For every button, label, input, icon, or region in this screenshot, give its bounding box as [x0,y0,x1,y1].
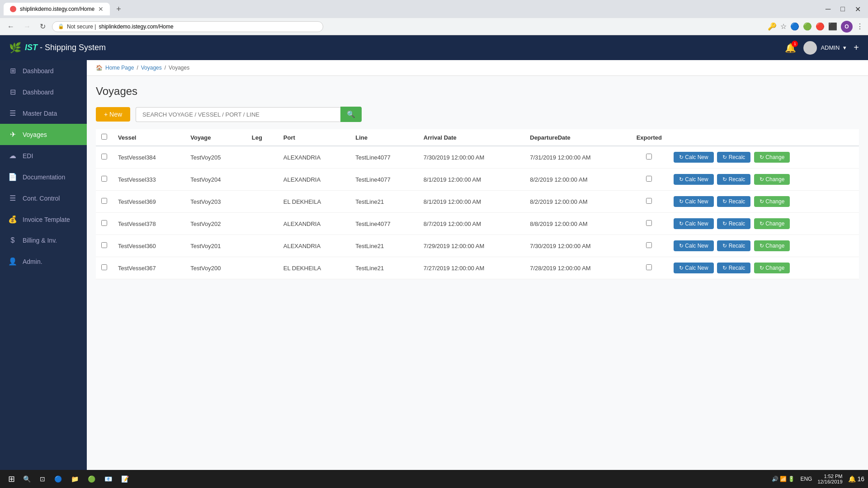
change-btn-1[interactable]: ↻ Change [754,174,790,185]
sidebar-item-dashboard2[interactable]: ⊟ Dashboard [0,81,87,103]
change-btn-5[interactable]: ↻ Change [754,263,790,273]
change-btn-3[interactable]: ↻ Change [754,218,790,229]
taskbar-word-icon[interactable]: 📝 [118,474,132,484]
table-row: TestVessel369 TestVoy203 EL DEKHEILA Tes… [96,191,859,213]
recalc-btn-4[interactable]: ↻ Recalc [717,240,750,251]
profile-btn[interactable]: O [841,21,853,33]
row-arrival-0: 7/30/2019 12:00:00 AM [418,146,524,169]
row-departure-4: 7/30/2019 12:00:00 AM [524,235,631,257]
new-voyage-btn[interactable]: + New [96,107,130,122]
ext-icon1[interactable]: 🔵 [790,22,799,31]
notification-btn[interactable]: 🔔 1 [785,42,796,53]
tab-favicon [10,6,16,12]
address-bar[interactable]: 🔒 Not secure | shiplinkdemo.istegy.com/H… [52,21,323,32]
row-checkbox-3[interactable] [101,220,107,226]
sidebar-item-admin[interactable]: 👤 Admin. [0,251,87,272]
row-exported-checkbox-4[interactable] [646,242,652,248]
start-btn[interactable]: ⊞ [4,472,19,486]
search-btn[interactable]: 🔍 [340,107,362,122]
row-exported-checkbox-0[interactable] [646,154,652,160]
sidebar-item-cont-control[interactable]: ☰ Cont. Control [0,188,87,209]
calc-new-btn-1[interactable]: ↻ Calc New [674,174,714,185]
row-port-5: EL DEKHEILA [278,257,350,279]
taskbar-edge-icon[interactable]: 🔵 [51,474,66,484]
row-voyage-0: TestVoy205 [185,146,246,169]
col-voyage: Voyage [185,129,246,146]
minimize-btn[interactable]: ─ [822,4,834,14]
breadcrumb-home-link[interactable]: Home Page [105,65,134,71]
sidebar-item-label: Master Data [23,110,57,117]
ext-icon3[interactable]: 🔴 [816,22,825,31]
row-line-2: TestLine21 [350,191,418,213]
search-input[interactable] [136,107,340,122]
taskbar-items: 🔍 ⊡ 🔵 📁 🟢 📧 📝 [19,474,772,484]
recalc-btn-0[interactable]: ↻ Recalc [717,152,750,163]
calc-new-btn-2[interactable]: ↻ Calc New [674,196,714,207]
sidebar-item-dashboard1[interactable]: ⊞ Dashboard [0,60,87,81]
admin-icon: 👤 [8,257,17,266]
row-checkbox-5[interactable] [101,264,107,270]
refresh-btn[interactable]: ↻ [37,21,48,32]
dashboard2-icon: ⊟ [8,88,17,96]
back-btn[interactable]: ← [5,22,17,32]
recalc-btn-2[interactable]: ↻ Recalc [717,196,750,207]
row-checkbox-0[interactable] [101,154,107,160]
key-icon[interactable]: 🔑 [768,22,777,31]
row-exported-checkbox-1[interactable] [646,176,652,182]
calc-new-btn-0[interactable]: ↻ Calc New [674,152,714,163]
calc-new-btn-5[interactable]: ↻ Calc New [674,263,714,273]
row-exported-checkbox-2[interactable] [646,198,652,204]
col-port: Port [278,129,350,146]
select-all-checkbox[interactable] [101,134,107,140]
calc-new-btn-4[interactable]: ↻ Calc New [674,240,714,251]
global-add-btn[interactable]: + [854,42,859,53]
taskbar-outlook-icon[interactable]: 📧 [101,474,116,484]
row-exported-checkbox-5[interactable] [646,264,652,270]
row-line-5: TestLine21 [350,257,418,279]
sidebar-item-invoice-template[interactable]: 💰 Invoice Template [0,209,87,230]
calc-new-btn-3[interactable]: ↻ Calc New [674,218,714,229]
row-checkbox-4[interactable] [101,242,107,248]
breadcrumb-voyages-link[interactable]: Voyages [141,65,162,71]
row-exported-checkbox-3[interactable] [646,220,652,226]
row-checkbox-1[interactable] [101,176,107,182]
taskbar-folder-icon[interactable]: 📁 [67,474,82,484]
ext-icon4[interactable]: ⬛ [828,22,837,31]
action-center-btn[interactable]: 🔔 16 [848,475,864,483]
row-checkbox-2[interactable] [101,198,107,204]
ext-icon2[interactable]: 🟢 [803,22,812,31]
tab-close-btn[interactable]: ✕ [98,5,104,13]
new-tab-btn[interactable]: + [113,5,124,14]
taskbar-clock: 1:52 PM 12/16/2019 [817,474,842,484]
recalc-btn-5[interactable]: ↻ Recalc [717,263,750,273]
change-btn-2[interactable]: ↻ Change [754,196,790,207]
row-check-cell [96,257,113,279]
sidebar-item-voyages[interactable]: ✈ Voyages [0,124,87,145]
change-btn-0[interactable]: ↻ Change [754,152,790,163]
sidebar-item-edi[interactable]: ☁ EDI [0,145,87,166]
bookmark-icon[interactable]: ☆ [780,22,787,31]
taskbar-search-btn[interactable]: 🔍 [19,474,34,484]
row-arrival-3: 8/7/2019 12:00:00 AM [418,213,524,235]
row-leg-3 [246,213,278,235]
close-btn[interactable]: ✕ [851,4,864,14]
taskbar-system-icons: 🔊 📶 🔋 [772,476,795,482]
row-leg-5 [246,257,278,279]
recalc-btn-1[interactable]: ↻ Recalc [717,174,750,185]
row-arrival-1: 8/1/2019 12:00:00 AM [418,169,524,191]
menu-btn[interactable]: ⋮ [856,22,863,31]
dashboard1-icon: ⊞ [8,66,17,75]
row-actions-2: ↻ Calc New ↻ Recalc ↻ Change [667,191,859,213]
maximize-btn[interactable]: □ [837,4,849,14]
admin-menu-btn[interactable]: ADMIN ▾ [803,41,846,55]
sidebar-item-billing-inv[interactable]: $ Billing & Inv. [0,230,87,251]
recalc-btn-3[interactable]: ↻ Recalc [717,218,750,229]
forward-btn[interactable]: → [21,22,33,32]
sidebar-item-master-data[interactable]: ☰ Master Data [0,103,87,124]
sidebar-item-documentation[interactable]: 📄 Documentation [0,166,87,188]
taskbar-taskview-btn[interactable]: ⊡ [36,474,49,484]
browser-tab[interactable]: shiplinkdemo.istegy.com/Home ✕ [4,3,110,15]
sidebar-item-label: Admin. [23,258,42,265]
taskbar-chrome-icon[interactable]: 🟢 [84,474,99,484]
change-btn-4[interactable]: ↻ Change [754,240,790,251]
